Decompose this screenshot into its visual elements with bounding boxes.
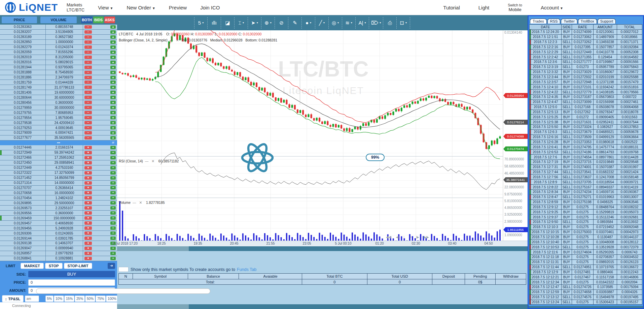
ask-row[interactable]: 0.012818862.34706979−▴ — [0, 75, 117, 80]
remove-bid-button[interactable]: ▾ — [84, 226, 92, 230]
brush-tool-button[interactable]: ✎ — [288, 17, 302, 29]
remove-ask-button[interactable]: − — [84, 106, 92, 109]
nav-item-join-ico[interactable]: Join ICO — [200, 5, 220, 10]
tab-twitter[interactable]: Twitter — [561, 19, 577, 24]
line-tool-button[interactable]: ╱▾ — [315, 17, 329, 29]
bid-row[interactable]: 0.012704541.24824102▾+ — [0, 195, 117, 200]
add-bid-button[interactable]: + — [110, 166, 116, 169]
ask-row[interactable]: 0.012828501.00000000−▴ — [0, 40, 117, 45]
ask-up-button[interactable]: ▴ — [110, 35, 116, 39]
remove-bid-button[interactable]: ▾ — [84, 151, 92, 154]
delete-tool-button[interactable]: ⌦▾ — [369, 17, 383, 29]
tpsl-amount-input[interactable] — [25, 296, 39, 302]
point-tool-button[interactable]: ●▾ — [302, 17, 315, 29]
remove-ask-button[interactable]: − — [84, 40, 92, 44]
tab-trollbox[interactable]: TrollBox — [578, 19, 597, 24]
remove-ask-button[interactable]: − — [84, 30, 92, 34]
tab-rss[interactable]: RSS — [547, 19, 561, 24]
ask-row[interactable]: 0.012818888.75458930−▴ — [0, 70, 117, 75]
ask-up-button[interactable]: ▴ — [110, 106, 116, 109]
indicators-button[interactable]: ıllı — [208, 17, 221, 29]
side-buy-button[interactable]: BUY — [28, 271, 115, 277]
filter-both-button[interactable]: BOTH — [81, 17, 93, 23]
percent-button-5[interactable]: 5% — [45, 296, 53, 302]
ask-row[interactable]: 0.0127767735.56305565−▴ — [0, 135, 117, 141]
bid-row[interactable]: 0.0127294959.39744242▾+ — [0, 150, 117, 155]
remove-ask-button[interactable]: − — [84, 71, 92, 74]
ask-row[interactable]: 0.012820597.81555296−▴ — [0, 50, 117, 55]
ask-up-button[interactable]: ▴ — [110, 71, 116, 74]
bid-row[interactable]: 0.012695560.36000000▾+ — [0, 211, 117, 216]
nav-item-view[interactable]: View▼ — [98, 5, 113, 10]
remove-ask-button[interactable]: − — [84, 131, 92, 134]
bid-row[interactable]: 0.0127131414.00000000▾+ — [0, 181, 117, 186]
remove-bid-button[interactable]: ▾ — [84, 221, 92, 225]
add-bid-button[interactable]: + — [110, 257, 116, 260]
remove-bid-button[interactable]: ▾ — [84, 242, 92, 245]
remove-ask-button[interactable]: − — [84, 76, 92, 79]
ask-row[interactable]: 0.0127995930.00000000−▴ — [0, 105, 117, 110]
ask-up-button[interactable]: ▴ — [110, 66, 116, 69]
add-bid-button[interactable]: + — [110, 191, 116, 194]
trades-scrollbar[interactable] — [529, 306, 643, 308]
ask-up-button[interactable]: ▴ — [110, 131, 116, 134]
bid-row[interactable]: 0.012744462.01661574▾+ — [0, 145, 117, 150]
switch-to-mobile-link[interactable]: Switch to Mobile — [508, 3, 522, 12]
step-forward-button[interactable]: ▶ — [417, 235, 419, 239]
remove-bid-button[interactable]: ▾ — [84, 156, 92, 159]
market-symbols-checkbox[interactable] — [118, 267, 129, 272]
remove-bid-button[interactable]: ▾ — [84, 161, 92, 164]
candle-type-button[interactable]: ⌶▾ — [235, 17, 248, 29]
chart-scrollbar-thumb[interactable] — [189, 246, 528, 251]
add-bid-button[interactable]: + — [110, 146, 116, 149]
remove-ask-button[interactable]: − — [84, 51, 92, 54]
bid-row[interactable]: 0.012688410.10928881▾+ — [0, 256, 117, 261]
remove-bid-button[interactable]: ▾ — [84, 186, 92, 189]
cursor-tool-button[interactable]: ➤▾ — [248, 17, 261, 29]
remove-bid-button[interactable]: ▾ — [84, 257, 92, 260]
more-tabs-button[interactable]: ➜ — [108, 263, 115, 269]
bid-row[interactable]: 0.0127232217.32750099▾+ — [0, 171, 117, 176]
logo[interactable]: LiQNET — [5, 2, 58, 13]
account-menu[interactable]: Account▼ — [541, 5, 563, 10]
add-bid-button[interactable]: + — [110, 231, 116, 235]
ask-up-button[interactable]: ▴ — [110, 56, 116, 59]
zoom-tool-button[interactable]: ⊕▾ — [261, 17, 275, 29]
ask-up-button[interactable]: ▴ — [110, 45, 116, 49]
tpsl-button[interactable]: ↕ TP&SL — [2, 295, 24, 302]
add-bid-button[interactable]: + — [110, 176, 116, 180]
theme-toggle[interactable]: Light — [478, 5, 490, 10]
tab-support[interactable]: Support — [598, 19, 616, 24]
ask-up-button[interactable]: ▴ — [110, 126, 116, 129]
remove-bid-button[interactable]: ▾ — [84, 176, 92, 180]
ask-row[interactable]: 0.012833630.88155748−▴ — [0, 25, 117, 30]
remove-bid-button[interactable]: ▾ — [84, 146, 92, 149]
bid-row[interactable]: 0.0127246617.25951062▾+ — [0, 155, 117, 160]
bid-row[interactable]: 0.012694570.40658930▾+ — [0, 221, 117, 226]
percent-button-10[interactable]: 10% — [54, 296, 64, 302]
ask-up-button[interactable]: ▴ — [110, 96, 116, 99]
remove-ask-button[interactable]: − — [84, 101, 92, 104]
bid-row[interactable]: 0.0127065816.00000000▾+ — [0, 190, 117, 195]
bid-row[interactable]: 0.012707070.26366414▾+ — [0, 186, 117, 191]
bid-row[interactable]: 0.012694565.24993928▾+ — [0, 226, 117, 231]
bid-row[interactable]: 0.012695732.23255107▾+ — [0, 206, 117, 211]
remove-ask-button[interactable]: − — [84, 86, 92, 89]
remove-bid-button[interactable]: ▾ — [84, 166, 92, 169]
remove-ask-button[interactable]: − — [84, 56, 92, 59]
bottom-scrollbar-thumb[interactable] — [189, 304, 528, 309]
markets-pair[interactable]: Markets LTC/BTC — [67, 2, 84, 12]
close-icon[interactable]: ✕ — [139, 200, 142, 205]
bid-row[interactable]: 0.012724494.27533160▾+ — [0, 165, 117, 171]
pattern-tool-button[interactable]: ≋▾ — [342, 17, 356, 29]
price-input[interactable] — [28, 279, 115, 286]
remove-ask-button[interactable]: − — [84, 96, 92, 99]
ask-up-button[interactable]: ▴ — [110, 116, 116, 119]
ask-row[interactable]: 0.012797557.80685953−▴ — [0, 110, 117, 115]
close-icon[interactable]: ✕ — [176, 38, 179, 42]
remove-bid-button[interactable]: ▾ — [84, 211, 92, 215]
remove-ask-button[interactable]: − — [84, 111, 92, 114]
tutorial-link[interactable]: Tutorial — [443, 5, 460, 10]
order-tab-stop-limit[interactable]: STOP-LIMIT — [64, 263, 92, 269]
remove-bid-button[interactable]: ▾ — [84, 196, 92, 199]
